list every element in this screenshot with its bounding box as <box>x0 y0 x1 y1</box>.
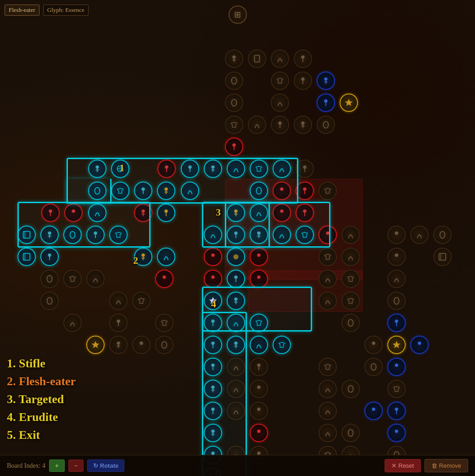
node[interactable] <box>225 50 243 68</box>
node-cyan[interactable] <box>227 248 245 266</box>
node[interactable] <box>132 292 151 310</box>
node[interactable] <box>227 380 245 398</box>
node-red[interactable] <box>64 204 83 222</box>
node-red[interactable] <box>41 204 60 222</box>
node[interactable] <box>319 270 337 288</box>
node-cyan[interactable] <box>63 226 82 244</box>
node-blue[interactable] <box>317 94 335 112</box>
node-cyan[interactable] <box>227 314 245 332</box>
node[interactable] <box>387 270 406 288</box>
node-cyan[interactable] <box>157 248 175 266</box>
node[interactable] <box>294 72 312 90</box>
node-cyan[interactable] <box>157 182 175 200</box>
node[interactable] <box>294 116 312 134</box>
node-cyan[interactable] <box>86 226 105 244</box>
node-gate[interactable] <box>17 248 36 266</box>
node-blue[interactable] <box>410 336 429 354</box>
node-cyan[interactable] <box>40 248 59 266</box>
node[interactable] <box>294 50 312 68</box>
node[interactable] <box>341 226 360 244</box>
node-cyan[interactable] <box>227 270 245 288</box>
node[interactable] <box>410 226 429 244</box>
node-cyan[interactable] <box>204 160 222 178</box>
node[interactable] <box>155 314 173 332</box>
node-cyan[interactable] <box>17 226 36 244</box>
node[interactable] <box>40 292 59 310</box>
tab-flesh-eater[interactable]: Flesh-eater <box>5 5 39 16</box>
node-blue[interactable] <box>317 72 335 90</box>
node-cyan[interactable] <box>181 182 199 200</box>
rotate-button[interactable]: ↻ Rotate <box>87 459 124 472</box>
node-red[interactable] <box>250 270 268 288</box>
node[interactable] <box>250 380 268 398</box>
node[interactable] <box>250 402 268 420</box>
node[interactable] <box>225 116 243 134</box>
node-red[interactable] <box>134 204 152 222</box>
remove-button[interactable]: 🗑 Remove <box>425 459 468 472</box>
node[interactable] <box>341 292 360 310</box>
node[interactable] <box>227 402 245 420</box>
node-cyan[interactable] <box>273 160 291 178</box>
node-blue[interactable] <box>387 314 406 332</box>
node-cyan[interactable] <box>40 226 59 244</box>
node[interactable] <box>341 424 360 442</box>
node[interactable] <box>225 72 243 90</box>
node[interactable] <box>387 292 406 310</box>
node-red[interactable] <box>296 182 314 200</box>
node[interactable] <box>248 116 266 134</box>
plus-button[interactable]: + <box>49 459 65 472</box>
node[interactable] <box>271 94 289 112</box>
node-blue[interactable] <box>387 424 406 442</box>
node[interactable] <box>341 314 360 332</box>
node[interactable] <box>319 248 337 266</box>
node-cyan[interactable] <box>250 182 268 200</box>
node-red[interactable] <box>204 270 222 288</box>
reset-button[interactable]: ✕ Reset <box>385 459 421 472</box>
node-cyan[interactable] <box>227 160 245 178</box>
node-cyan[interactable] <box>204 402 222 420</box>
node-cyan[interactable] <box>227 226 245 244</box>
node-red[interactable] <box>225 138 243 156</box>
node[interactable] <box>109 292 128 310</box>
node-cyan[interactable] <box>204 336 222 354</box>
node[interactable] <box>341 380 360 398</box>
tab-glyph-essence[interactable]: Glyph: Essence <box>43 5 89 16</box>
node-cyan[interactable] <box>88 204 106 222</box>
node-gold[interactable] <box>340 94 358 112</box>
node-cyan[interactable] <box>273 336 291 354</box>
node[interactable] <box>364 358 383 376</box>
node-cyan[interactable] <box>204 424 222 442</box>
node[interactable] <box>40 270 59 288</box>
node-red[interactable] <box>204 248 222 266</box>
node[interactable] <box>227 358 245 376</box>
node[interactable] <box>319 292 337 310</box>
node-4-anchor[interactable] <box>204 292 222 310</box>
minus-button[interactable]: − <box>68 459 84 472</box>
node-cyan[interactable] <box>204 380 222 398</box>
node[interactable] <box>248 50 266 68</box>
node-red[interactable] <box>250 248 268 266</box>
node[interactable] <box>364 336 383 354</box>
node-cyan[interactable] <box>134 182 152 200</box>
node[interactable] <box>132 336 151 354</box>
node[interactable] <box>296 160 314 178</box>
node-cyan[interactable] <box>296 226 314 244</box>
node-3-anchor[interactable] <box>227 204 245 222</box>
node[interactable] <box>250 358 268 376</box>
node-cyan[interactable] <box>204 314 222 332</box>
node-cyan[interactable] <box>250 336 268 354</box>
node-cyan[interactable] <box>273 226 291 244</box>
node[interactable] <box>86 270 105 288</box>
node[interactable] <box>319 182 337 200</box>
node[interactable] <box>341 248 360 266</box>
node[interactable] <box>387 380 406 398</box>
node-gold[interactable] <box>387 336 406 354</box>
node-red[interactable] <box>296 204 314 222</box>
node-cyan[interactable] <box>250 204 268 222</box>
node-cyan[interactable] <box>109 226 128 244</box>
node[interactable] <box>271 116 289 134</box>
node-2-anchor[interactable] <box>134 248 152 266</box>
node-1-anchor[interactable] <box>88 160 106 178</box>
node-red[interactable] <box>250 424 268 442</box>
node-cyan[interactable] <box>88 182 106 200</box>
